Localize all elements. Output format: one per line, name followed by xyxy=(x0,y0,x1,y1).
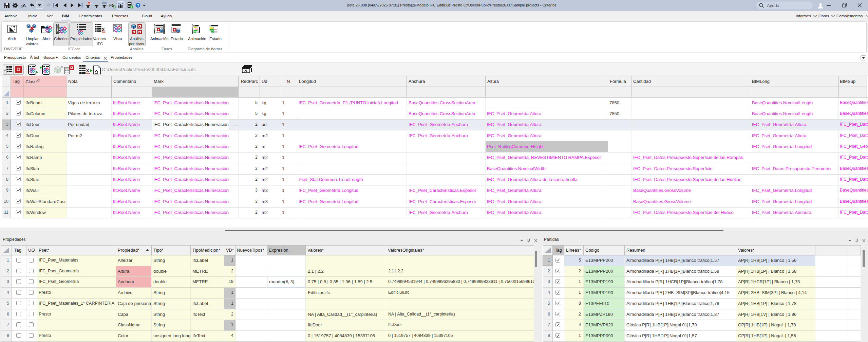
svg-text:A: A xyxy=(23,3,26,8)
svg-text:x: x xyxy=(86,67,89,73)
svg-text:abc: abc xyxy=(102,1,107,4)
svg-text:F5: F5 xyxy=(109,3,114,8)
svg-text:?: ? xyxy=(137,3,139,7)
svg-text:x: x xyxy=(102,26,105,32)
